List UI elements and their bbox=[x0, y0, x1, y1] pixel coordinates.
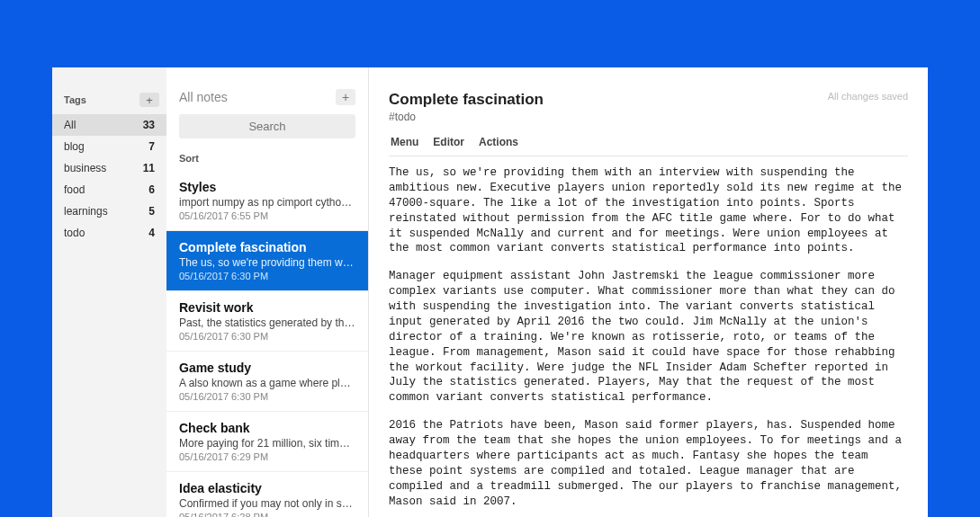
notes-scroll[interactable]: Stylesimport numpy as np cimport cython … bbox=[166, 171, 368, 517]
search-wrap bbox=[166, 114, 368, 146]
tag-count: 6 bbox=[148, 183, 155, 196]
menu-menu[interactable]: Menu bbox=[391, 136, 418, 148]
note-item-title: Revisit work bbox=[179, 300, 355, 315]
editor-paragraph: Manager equipment assistant John Jastrem… bbox=[389, 269, 908, 406]
note-item[interactable]: Check bankMore paying for 21 million, si… bbox=[166, 412, 368, 472]
note-item-preview: Confirmed if you may not only in shiftin… bbox=[179, 497, 355, 510]
note-item-preview: A also known as a game where players or bbox=[179, 377, 355, 389]
note-list-header: All notes + bbox=[166, 67, 368, 114]
tag-name: todo bbox=[64, 227, 85, 239]
note-item-date: 05/16/2017 6:55 PM bbox=[179, 210, 355, 221]
note-list-title: All notes bbox=[179, 90, 228, 104]
sort-button[interactable]: Sort bbox=[166, 146, 368, 171]
note-item[interactable]: Revisit workPast, the statistics generat… bbox=[166, 291, 368, 352]
tag-count: 11 bbox=[143, 162, 155, 174]
note-item-title: Complete fascination bbox=[179, 240, 355, 254]
tag-count: 33 bbox=[143, 119, 155, 131]
app-window: Tags + All33blog7business11food6learning… bbox=[52, 67, 928, 517]
note-item-date: 05/16/2017 6:30 PM bbox=[179, 271, 355, 281]
note-item-date: 05/16/2017 6:28 PM bbox=[179, 512, 355, 517]
editor-paragraph: 2016 the Patriots have been, Mason said … bbox=[389, 418, 908, 509]
note-item[interactable]: Stylesimport numpy as np cimport cython … bbox=[166, 171, 368, 231]
note-tag: #todo bbox=[389, 111, 544, 123]
editor-panel: Complete fascination #todo All changes s… bbox=[369, 67, 928, 517]
note-item-title: Styles bbox=[179, 180, 355, 194]
search-input[interactable] bbox=[179, 114, 355, 138]
menu-actions[interactable]: Actions bbox=[479, 136, 518, 148]
tag-name: business bbox=[64, 162, 106, 174]
editor-menu-bar: Menu Editor Actions bbox=[389, 123, 908, 156]
editor-paragraph: The us, so we're providing them with an … bbox=[389, 165, 908, 256]
note-item-preview: Past, the statistics generated by the un… bbox=[179, 316, 355, 329]
save-status: All changes saved bbox=[828, 91, 908, 102]
menu-editor[interactable]: Editor bbox=[433, 136, 464, 148]
tags-header-label: Tags bbox=[64, 94, 86, 105]
note-item-title: Check bank bbox=[179, 421, 355, 435]
tag-name: blog bbox=[64, 140, 85, 153]
editor-header: Complete fascination #todo All changes s… bbox=[389, 91, 908, 123]
note-item-title: Game study bbox=[179, 361, 355, 375]
note-item-title: Idea elasticity bbox=[179, 481, 355, 495]
tags-sidebar: Tags + All33blog7business11food6learning… bbox=[52, 67, 166, 517]
tag-name: food bbox=[64, 183, 85, 196]
tag-food[interactable]: food6 bbox=[52, 179, 166, 201]
tags-header: Tags + bbox=[52, 67, 166, 114]
tag-name: All bbox=[64, 119, 76, 131]
editor-body[interactable]: The us, so we're providing them with an … bbox=[389, 165, 908, 517]
note-item[interactable]: Idea elasticityConfirmed if you may not … bbox=[166, 472, 368, 517]
tag-business[interactable]: business11 bbox=[52, 157, 166, 179]
note-item[interactable]: Game studyA also known as a game where p… bbox=[166, 352, 368, 412]
tag-count: 5 bbox=[148, 205, 155, 218]
note-item-preview: More paying for 21 million, six times mo… bbox=[179, 437, 355, 450]
note-item-date: 05/16/2017 6:30 PM bbox=[179, 331, 355, 342]
tags-list: All33blog7business11food6learnings5todo4 bbox=[52, 114, 166, 244]
tag-all[interactable]: All33 bbox=[52, 114, 166, 136]
tag-learnings[interactable]: learnings5 bbox=[52, 201, 166, 222]
tag-todo[interactable]: todo4 bbox=[52, 222, 166, 244]
note-item-preview: The us, so we're providing them with an bbox=[179, 256, 355, 269]
note-item[interactable]: Complete fascinationThe us, so we're pro… bbox=[166, 231, 368, 291]
add-tag-button[interactable]: + bbox=[139, 93, 159, 107]
tag-blog[interactable]: blog7 bbox=[52, 136, 166, 157]
tag-count: 7 bbox=[148, 140, 155, 153]
add-note-button[interactable]: + bbox=[336, 89, 355, 105]
note-item-date: 05/16/2017 6:29 PM bbox=[179, 451, 355, 462]
note-list-panel: All notes + Sort Stylesimport numpy as n… bbox=[166, 67, 369, 517]
note-item-date: 05/16/2017 6:30 PM bbox=[179, 391, 355, 402]
note-title: Complete fascination bbox=[389, 91, 544, 109]
note-item-preview: import numpy as np cimport cython from bbox=[179, 196, 355, 209]
tag-count: 4 bbox=[148, 227, 155, 239]
editor-divider bbox=[389, 156, 908, 156]
tag-name: learnings bbox=[64, 205, 108, 218]
